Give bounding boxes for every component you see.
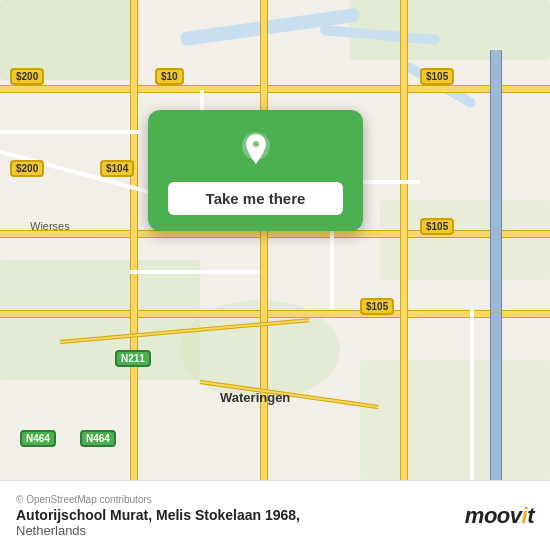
info-bar: © OpenStreetMap contributors Autorijscho… xyxy=(0,480,550,550)
badge-n464-2: N464 xyxy=(80,430,116,447)
map: $200 $200 $105 $105 $105 $104 $10 N211 N… xyxy=(0,0,550,480)
badge-s10: $10 xyxy=(155,68,184,85)
badge-n211: N211 xyxy=(115,350,151,367)
highway-v-3 xyxy=(400,0,408,480)
badge-s105-1: $105 xyxy=(420,68,454,85)
moovit-dot: i xyxy=(522,503,528,528)
street-v-2 xyxy=(330,230,334,310)
badge-s200-1: $200 xyxy=(10,68,44,85)
street-v-3 xyxy=(470,310,474,480)
badge-s105-3: $105 xyxy=(360,298,394,315)
street-h-3 xyxy=(130,270,260,274)
location-title: Autorijschool Murat, Melis Stokelaan 196… xyxy=(16,507,300,523)
location-pin-icon xyxy=(234,128,278,172)
blue-road xyxy=(490,50,502,480)
highway-h-1 xyxy=(0,85,550,93)
green-area-6 xyxy=(360,360,550,480)
highway-h-2 xyxy=(0,230,550,238)
highway-v-2 xyxy=(260,0,268,480)
green-area-2 xyxy=(0,260,200,380)
info-left: © OpenStreetMap contributors Autorijscho… xyxy=(16,494,300,538)
badge-n464-1: N464 xyxy=(20,430,56,447)
highway-v-1 xyxy=(130,0,138,480)
badge-s200-2: $200 xyxy=(10,160,44,177)
street-h-1 xyxy=(0,130,140,134)
badge-s105-2: $105 xyxy=(420,218,454,235)
badge-s104: $104 xyxy=(100,160,134,177)
label-wierses: Wierses xyxy=(30,220,70,232)
location-subtitle: Netherlands xyxy=(16,523,300,538)
moovit-logo: moovit xyxy=(465,503,534,529)
label-wateringen: Wateringen xyxy=(220,390,290,405)
copyright-text: © OpenStreetMap contributors xyxy=(16,494,300,505)
take-me-there-button[interactable]: Take me there xyxy=(168,182,343,215)
highway-h-3 xyxy=(0,310,550,318)
popup-card: Take me there xyxy=(148,110,363,231)
